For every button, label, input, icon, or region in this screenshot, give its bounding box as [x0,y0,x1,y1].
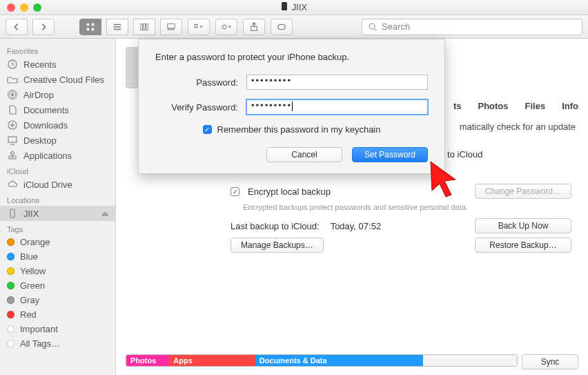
checkbox-encrypt-backup[interactable] [231,187,239,196]
encrypt-backup-note: Encrypted backups protect passwords and … [243,203,571,211]
clock-icon [7,59,18,70]
manage-backups-button[interactable]: Manage Backups… [231,238,324,253]
zoom-window-button[interactable] [33,3,41,12]
tag-dot-icon [7,296,14,304]
minimize-window-button[interactable] [20,3,28,12]
sidebar-item-label: Orange [20,237,50,247]
storage-segment-docs: Documents & Data [255,355,423,366]
password-value: ••••••••• [251,75,292,86]
sidebar-item-label: iCloud Drive [23,180,72,190]
svg-rect-15 [197,26,198,28]
sidebar-item-label: Documents [23,105,69,115]
view-list-button[interactable] [106,19,128,35]
sidebar-item-label: AirDrop [23,90,54,100]
window-controls [7,3,41,12]
view-icons-button[interactable] [79,19,101,35]
svg-point-16 [222,25,226,29]
last-backup-value: Today, 07:52 [331,221,381,231]
sidebar-item-icloud-drive[interactable]: iCloud Drive [0,177,115,192]
sheet-title: Enter a password to protect your iPhone … [155,52,428,62]
tag-dot-icon [7,282,14,289]
set-password-button[interactable]: Set Password [352,147,428,162]
close-window-button[interactable] [7,3,15,12]
airdrop-icon [7,89,18,100]
applications-icon [7,150,18,161]
svg-rect-11 [173,28,175,30]
folder-icon [7,74,18,85]
sidebar-item-documents[interactable]: Documents [0,102,115,117]
svg-rect-4 [92,28,95,30]
last-backup-label: Last backup to iCloud: [231,221,320,231]
document-icon [7,104,18,115]
svg-rect-1 [87,23,90,26]
sidebar-tag-important[interactable]: Important [0,322,115,336]
svg-rect-12 [195,23,196,25]
svg-rect-8 [168,23,175,28]
svg-rect-9 [168,28,170,30]
cancel-button[interactable]: Cancel [266,147,342,162]
storage-segment-free [423,355,517,366]
sidebar-item-airdrop[interactable]: AirDrop [0,87,115,102]
sidebar-tag-green[interactable]: Green [0,278,115,293]
sidebar-item-label: Applications [23,151,72,161]
sidebar-tag-yellow[interactable]: Yellow [0,264,115,278]
sidebar-item-label: Recents [23,59,57,70]
sidebar-tag-red[interactable]: Red [0,307,115,322]
sidebar: Favorites Recents Creative Cloud Files A… [0,39,116,375]
sidebar-item-applications[interactable]: Applications [0,148,115,163]
encrypt-backup-label: Encrypt local backup [248,186,331,197]
restore-backup-button[interactable]: Restore Backup… [475,238,571,253]
search-input[interactable]: Search [362,19,582,35]
sidebar-tag-gray[interactable]: Gray [0,293,115,307]
remember-keychain-label: Remember this password in my keychain [217,124,381,135]
backup-now-button[interactable]: Back Up Now [475,218,571,233]
svg-rect-0 [282,2,287,10]
sidebar-item-label: Yellow [20,266,46,276]
sidebar-item-downloads[interactable]: Downloads [0,117,115,133]
svg-rect-10 [170,28,172,30]
sidebar-tag-all[interactable]: All Tags… [0,336,115,351]
password-input[interactable]: ••••••••• [246,75,428,90]
sidebar-item-label: Creative Cloud Files [23,75,104,85]
tab-photos[interactable]: Photos [478,101,508,111]
storage-segment-apps: Apps [169,355,255,366]
phone-icon [7,208,18,219]
desktop-icon [7,135,18,146]
share-button[interactable] [243,19,265,35]
sidebar-item-desktop[interactable]: Desktop [0,133,115,148]
nav-forward-button[interactable] [32,19,55,35]
sidebar-item-label: Downloads [23,120,68,131]
tab-files[interactable]: Files [525,101,546,111]
sidebar-tag-orange[interactable]: Orange [0,235,115,249]
verify-password-value: ••••••••• [251,100,292,110]
checkbox-remember-keychain[interactable] [203,125,212,134]
tab-truncated[interactable]: ts [453,101,462,111]
nav-back-button[interactable] [6,19,28,35]
sidebar-item-label: Red [20,309,37,320]
text-caret [292,102,293,111]
sidebar-tag-blue[interactable]: Blue [0,249,115,264]
sidebar-item-recents[interactable]: Recents [0,57,115,72]
action-menu-button[interactable] [215,19,237,35]
view-gallery-button[interactable] [160,19,182,35]
verify-password-label: Verify Password: [155,102,238,113]
verify-password-input[interactable]: ••••••••• [246,99,428,115]
sidebar-item-creative-cloud[interactable]: Creative Cloud Files [0,72,115,87]
svg-rect-3 [87,28,90,30]
search-icon [368,22,378,32]
group-by-button[interactable] [188,19,210,35]
view-columns-button[interactable] [133,19,155,35]
tab-info[interactable]: Info [562,101,578,111]
sidebar-item-device-jiix[interactable]: JIIX ⏏ [0,206,115,221]
eject-icon[interactable]: ⏏ [101,209,108,218]
tags-button[interactable] [271,19,293,35]
toolbar: Search [0,15,588,39]
svg-rect-18 [278,24,286,29]
tag-dot-icon [7,253,14,260]
storage-bar[interactable]: Photos Apps Documents & Data [126,354,518,367]
sync-button[interactable]: Sync [522,354,578,369]
change-password-button[interactable]: Change Password… [475,184,571,199]
sidebar-item-label: Blue [20,251,38,262]
search-placeholder: Search [382,21,410,32]
svg-rect-25 [8,137,17,142]
